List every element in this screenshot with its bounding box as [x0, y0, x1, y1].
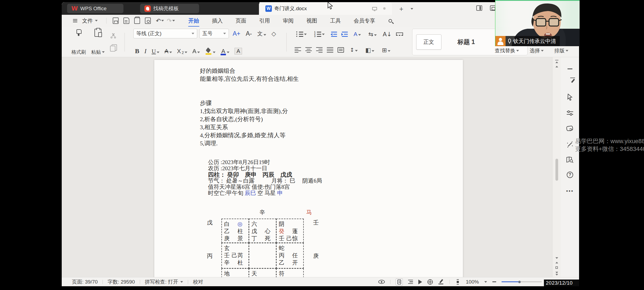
- export-icon[interactable]: [123, 17, 129, 24]
- decrease-indent-button[interactable]: [331, 31, 337, 37]
- sort-button[interactable]: A↓: [383, 31, 391, 38]
- menu-tab[interactable]: 开始: [182, 15, 206, 27]
- proofing-button[interactable]: 校对: [193, 278, 203, 285]
- tab-stops-icon[interactable]: [396, 32, 403, 36]
- vertical-scrollbar[interactable]: [552, 57, 561, 277]
- justify-button[interactable]: [327, 47, 333, 53]
- magic-wand-icon[interactable]: [566, 141, 573, 148]
- menu-tab[interactable]: 页面: [229, 15, 253, 27]
- lookup-book-icon[interactable]: [566, 157, 574, 163]
- print-preview-icon[interactable]: [145, 17, 151, 24]
- new-tab-button[interactable]: +: [399, 5, 403, 13]
- zoom-slider[interactable]: [502, 281, 542, 282]
- align-left-button[interactable]: [295, 47, 301, 53]
- increase-indent-button[interactable]: [341, 31, 348, 37]
- italic-button[interactable]: I: [143, 47, 148, 55]
- page-view-button[interactable]: [396, 278, 403, 285]
- tab-document-active[interactable]: W 奇门讲义.docx: [259, 2, 392, 15]
- document-page[interactable]: 好的婚姻组合能量相等,宫位先后天,有符合连结,相生步骤1,找出双方取用神(面测,…: [154, 60, 463, 277]
- zoom-level[interactable]: 100%: [466, 279, 479, 285]
- print-icon[interactable]: [134, 17, 140, 24]
- cut-icon[interactable]: [110, 32, 116, 38]
- underline-button[interactable]: U: [150, 47, 161, 55]
- bullet-list-button[interactable]: [295, 31, 308, 37]
- menu-tab[interactable]: 插入: [206, 15, 229, 27]
- align-right-button[interactable]: [316, 47, 323, 53]
- font-color-button[interactable]: A: [219, 47, 231, 55]
- shading-button[interactable]: ◧: [364, 46, 376, 54]
- menu-tab[interactable]: 视图: [300, 15, 324, 27]
- format-painter-button[interactable]: 格式刷: [71, 29, 86, 55]
- bold-button[interactable]: B: [133, 47, 141, 55]
- style-heading1[interactable]: 标题 1: [451, 34, 482, 50]
- tab-wps-office[interactable]: W WPS Office: [67, 4, 123, 13]
- distribute-button[interactable]: [338, 47, 344, 53]
- stamp-seal-icon[interactable]: [566, 125, 574, 132]
- previous-page-icon[interactable]: [555, 262, 558, 263]
- wrap-button[interactable]: ⇆: [367, 30, 378, 38]
- decrease-font-button[interactable]: A-: [244, 30, 254, 38]
- menu-tab[interactable]: 审阅: [276, 15, 300, 27]
- search-icon[interactable]: [389, 19, 392, 23]
- collapse-panel-icon[interactable]: [568, 68, 572, 69]
- zoom-chevron-icon[interactable]: [484, 281, 487, 283]
- scroll-down-icon[interactable]: [555, 257, 558, 259]
- save-icon[interactable]: [113, 17, 119, 24]
- next-page-icon[interactable]: [555, 272, 558, 276]
- word-count[interactable]: 字数: 29590: [108, 278, 135, 285]
- eye-protect-icon[interactable]: [378, 280, 385, 284]
- outline-view-button[interactable]: [408, 280, 413, 284]
- page-indicator[interactable]: 页面: 39/70: [72, 278, 98, 285]
- file-menu[interactable]: 文件: [73, 17, 98, 24]
- fullscreen-button[interactable]: [455, 279, 460, 285]
- borders-button[interactable]: ⊞: [380, 46, 392, 54]
- scrollbar-thumb[interactable]: [555, 159, 558, 181]
- undo-chevron-icon[interactable]: [161, 20, 164, 21]
- ink-button[interactable]: [438, 279, 444, 285]
- undo-icon[interactable]: ↶: [156, 17, 161, 24]
- redo-chevron-icon[interactable]: [172, 20, 175, 21]
- strikethrough-button[interactable]: A: [163, 47, 174, 55]
- doc-paragraph: 5,调理.: [200, 139, 463, 147]
- watermark-line2: 更多资料+微信：3458344044: [575, 145, 644, 153]
- menu-tab[interactable]: 会员专享: [347, 15, 382, 27]
- superscript-button[interactable]: X2: [175, 47, 189, 55]
- layout-button[interactable]: 排版: [554, 47, 568, 54]
- char-shading-button[interactable]: A: [233, 47, 243, 55]
- find-replace-button[interactable]: 查找替换: [495, 47, 519, 54]
- select-cursor-icon[interactable]: [567, 94, 573, 101]
- line-spacing-button[interactable]: ↕: [348, 46, 360, 54]
- sidebar-toggle-icon[interactable]: [476, 5, 482, 11]
- tab-docer-templates[interactable]: 找稿壳模板: [140, 4, 199, 13]
- increase-font-button[interactable]: A+: [231, 30, 242, 38]
- read-mode-button[interactable]: [418, 280, 422, 284]
- numbered-list-button[interactable]: 123: [313, 31, 326, 37]
- menu-tab[interactable]: 工具: [324, 15, 347, 27]
- help-icon[interactable]: ?: [567, 172, 573, 178]
- adjust-sliders-icon[interactable]: [566, 110, 573, 116]
- menu-tab[interactable]: 引用: [253, 15, 276, 27]
- font-name-select[interactable]: 等线 (正文): [133, 29, 197, 38]
- pinyin-guide-button[interactable]: 文: [256, 30, 268, 38]
- zoom-out-button[interactable]: [492, 281, 496, 282]
- paste-button[interactable]: 粘贴: [91, 29, 105, 55]
- tab-list-chevron-icon[interactable]: [411, 8, 413, 10]
- highlight-color-button[interactable]: [203, 47, 217, 55]
- clear-format-button[interactable]: ◇: [270, 30, 278, 38]
- select-browse-object-icon[interactable]: [555, 266, 558, 269]
- style-normal[interactable]: 正文: [416, 34, 441, 50]
- scroll-up-icon[interactable]: [555, 66, 558, 67]
- text-effects-button[interactable]: A: [191, 47, 202, 55]
- zoom-slider-handle[interactable]: [518, 281, 521, 283]
- chevron-down-icon: [372, 50, 374, 52]
- collapse-ribbon-icon[interactable]: [555, 60, 558, 63]
- font-size-select[interactable]: 五号: [199, 29, 229, 38]
- copy-icon[interactable]: [110, 46, 115, 52]
- more-icon[interactable]: •••: [566, 188, 574, 194]
- select-button[interactable]: 选择: [530, 47, 544, 54]
- web-view-button[interactable]: [427, 279, 433, 285]
- align-center-button[interactable]: [305, 47, 312, 53]
- text-tools-button[interactable]: A: [352, 30, 363, 38]
- spell-check-toggle[interactable]: 拼写检查: 打开: [145, 278, 183, 285]
- present-mode-icon[interactable]: [372, 7, 377, 10]
